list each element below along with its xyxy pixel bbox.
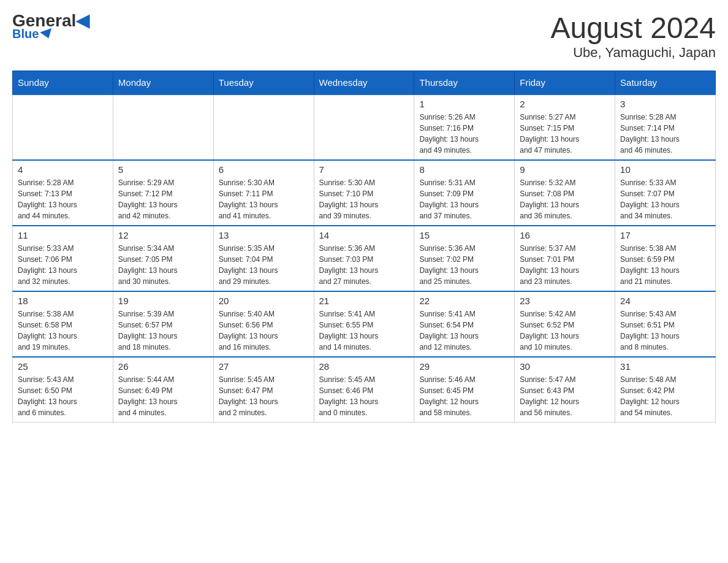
calendar-cell: 11Sunrise: 5:33 AMSunset: 7:06 PMDayligh… xyxy=(13,226,113,291)
calendar-cell: 4Sunrise: 5:28 AMSunset: 7:13 PMDaylight… xyxy=(13,160,113,226)
calendar-week-row: 11Sunrise: 5:33 AMSunset: 7:06 PMDayligh… xyxy=(13,226,716,291)
title-block: August 2024 Ube, Yamaguchi, Japan xyxy=(550,12,716,61)
day-info: Sunrise: 5:30 AMSunset: 7:10 PMDaylight:… xyxy=(319,177,409,221)
day-number: 6 xyxy=(219,164,309,175)
logo: General◀ Blue xyxy=(12,12,89,41)
day-info: Sunrise: 5:34 AMSunset: 7:05 PMDaylight:… xyxy=(118,243,208,287)
day-info: Sunrise: 5:43 AMSunset: 6:50 PMDaylight:… xyxy=(18,374,108,418)
day-info: Sunrise: 5:27 AMSunset: 7:15 PMDaylight:… xyxy=(520,112,610,156)
day-info: Sunrise: 5:36 AMSunset: 7:03 PMDaylight:… xyxy=(319,243,409,287)
calendar-header-row: SundayMondayTuesdayWednesdayThursdayFrid… xyxy=(13,71,716,94)
day-info: Sunrise: 5:40 AMSunset: 6:56 PMDaylight:… xyxy=(219,308,309,353)
page-subtitle: Ube, Yamaguchi, Japan xyxy=(550,45,716,61)
calendar-cell: 25Sunrise: 5:43 AMSunset: 6:50 PMDayligh… xyxy=(13,357,113,423)
page-header: General◀ Blue August 2024 Ube, Yamaguchi… xyxy=(12,12,716,61)
calendar-cell: 20Sunrise: 5:40 AMSunset: 6:56 PMDayligh… xyxy=(213,291,314,357)
day-info: Sunrise: 5:42 AMSunset: 6:52 PMDaylight:… xyxy=(520,308,610,353)
calendar-cell: 30Sunrise: 5:47 AMSunset: 6:43 PMDayligh… xyxy=(515,357,615,423)
header-sunday: Sunday xyxy=(13,71,113,94)
calendar-week-row: 18Sunrise: 5:38 AMSunset: 6:58 PMDayligh… xyxy=(13,291,716,357)
calendar-cell: 12Sunrise: 5:34 AMSunset: 7:05 PMDayligh… xyxy=(113,226,213,291)
calendar-cell xyxy=(13,94,113,160)
day-info: Sunrise: 5:30 AMSunset: 7:11 PMDaylight:… xyxy=(219,177,309,221)
header-friday: Friday xyxy=(515,71,615,94)
day-info: Sunrise: 5:44 AMSunset: 6:49 PMDaylight:… xyxy=(118,374,208,418)
calendar-week-row: 4Sunrise: 5:28 AMSunset: 7:13 PMDaylight… xyxy=(13,160,716,226)
day-info: Sunrise: 5:45 AMSunset: 6:47 PMDaylight:… xyxy=(219,374,309,418)
day-number: 8 xyxy=(419,164,509,175)
day-number: 15 xyxy=(419,230,509,240)
calendar-cell: 7Sunrise: 5:30 AMSunset: 7:10 PMDaylight… xyxy=(314,160,414,226)
day-number: 2 xyxy=(520,99,610,109)
day-number: 28 xyxy=(319,361,409,372)
day-number: 18 xyxy=(18,296,108,306)
calendar-week-row: 25Sunrise: 5:43 AMSunset: 6:50 PMDayligh… xyxy=(13,357,716,423)
calendar-cell: 16Sunrise: 5:37 AMSunset: 7:01 PMDayligh… xyxy=(515,226,615,291)
calendar-cell: 19Sunrise: 5:39 AMSunset: 6:57 PMDayligh… xyxy=(113,291,213,357)
day-number: 11 xyxy=(18,230,108,240)
calendar-cell: 15Sunrise: 5:36 AMSunset: 7:02 PMDayligh… xyxy=(414,226,515,291)
day-info: Sunrise: 5:29 AMSunset: 7:12 PMDaylight:… xyxy=(118,177,208,221)
day-info: Sunrise: 5:38 AMSunset: 6:59 PMDaylight:… xyxy=(620,243,710,287)
day-info: Sunrise: 5:38 AMSunset: 6:58 PMDaylight:… xyxy=(18,308,108,353)
day-info: Sunrise: 5:28 AMSunset: 7:13 PMDaylight:… xyxy=(18,177,108,221)
header-wednesday: Wednesday xyxy=(314,71,414,94)
day-info: Sunrise: 5:28 AMSunset: 7:14 PMDaylight:… xyxy=(620,112,710,156)
calendar-cell xyxy=(113,94,213,160)
calendar-cell: 21Sunrise: 5:41 AMSunset: 6:55 PMDayligh… xyxy=(314,291,414,357)
calendar-cell: 8Sunrise: 5:31 AMSunset: 7:09 PMDaylight… xyxy=(414,160,515,226)
day-number: 21 xyxy=(319,296,409,306)
calendar-cell: 18Sunrise: 5:38 AMSunset: 6:58 PMDayligh… xyxy=(13,291,113,357)
day-number: 7 xyxy=(319,164,409,175)
day-info: Sunrise: 5:45 AMSunset: 6:46 PMDaylight:… xyxy=(319,374,409,418)
day-number: 9 xyxy=(520,164,610,175)
day-number: 1 xyxy=(419,99,509,109)
day-number: 13 xyxy=(219,230,309,240)
calendar-cell: 24Sunrise: 5:43 AMSunset: 6:51 PMDayligh… xyxy=(615,291,716,357)
header-saturday: Saturday xyxy=(615,71,716,94)
day-info: Sunrise: 5:32 AMSunset: 7:08 PMDaylight:… xyxy=(520,177,610,221)
day-info: Sunrise: 5:43 AMSunset: 6:51 PMDaylight:… xyxy=(620,308,710,353)
calendar-cell: 14Sunrise: 5:36 AMSunset: 7:03 PMDayligh… xyxy=(314,226,414,291)
day-number: 10 xyxy=(620,164,710,175)
calendar-cell: 28Sunrise: 5:45 AMSunset: 6:46 PMDayligh… xyxy=(314,357,414,423)
logo-blue: Blue xyxy=(12,27,53,41)
header-monday: Monday xyxy=(113,71,213,94)
day-info: Sunrise: 5:33 AMSunset: 7:06 PMDaylight:… xyxy=(18,243,108,287)
calendar-week-row: 1Sunrise: 5:26 AMSunset: 7:16 PMDaylight… xyxy=(13,94,716,160)
day-info: Sunrise: 5:35 AMSunset: 7:04 PMDaylight:… xyxy=(219,243,309,287)
calendar-cell: 23Sunrise: 5:42 AMSunset: 6:52 PMDayligh… xyxy=(515,291,615,357)
day-number: 5 xyxy=(118,164,208,175)
day-number: 3 xyxy=(620,99,710,109)
day-info: Sunrise: 5:39 AMSunset: 6:57 PMDaylight:… xyxy=(118,308,208,353)
day-info: Sunrise: 5:36 AMSunset: 7:02 PMDaylight:… xyxy=(419,243,509,287)
logo-arrow-icon xyxy=(40,28,55,40)
calendar-cell xyxy=(213,94,314,160)
day-number: 19 xyxy=(118,296,208,306)
day-number: 24 xyxy=(620,296,710,306)
day-number: 12 xyxy=(118,230,208,240)
day-info: Sunrise: 5:41 AMSunset: 6:54 PMDaylight:… xyxy=(419,308,509,353)
day-info: Sunrise: 5:47 AMSunset: 6:43 PMDaylight:… xyxy=(520,374,610,418)
day-number: 23 xyxy=(520,296,610,306)
day-number: 20 xyxy=(219,296,309,306)
day-number: 25 xyxy=(18,361,108,372)
calendar-cell: 9Sunrise: 5:32 AMSunset: 7:08 PMDaylight… xyxy=(515,160,615,226)
calendar-cell: 29Sunrise: 5:46 AMSunset: 6:45 PMDayligh… xyxy=(414,357,515,423)
calendar-cell: 6Sunrise: 5:30 AMSunset: 7:11 PMDaylight… xyxy=(213,160,314,226)
day-number: 4 xyxy=(18,164,108,175)
calendar-cell: 5Sunrise: 5:29 AMSunset: 7:12 PMDaylight… xyxy=(113,160,213,226)
day-number: 31 xyxy=(620,361,710,372)
day-info: Sunrise: 5:26 AMSunset: 7:16 PMDaylight:… xyxy=(419,112,509,156)
calendar-cell: 26Sunrise: 5:44 AMSunset: 6:49 PMDayligh… xyxy=(113,357,213,423)
day-info: Sunrise: 5:31 AMSunset: 7:09 PMDaylight:… xyxy=(419,177,509,221)
calendar-table: SundayMondayTuesdayWednesdayThursdayFrid… xyxy=(12,71,716,423)
day-number: 29 xyxy=(419,361,509,372)
day-info: Sunrise: 5:46 AMSunset: 6:45 PMDaylight:… xyxy=(419,374,509,418)
day-number: 17 xyxy=(620,230,710,240)
day-number: 30 xyxy=(520,361,610,372)
calendar-cell: 2Sunrise: 5:27 AMSunset: 7:15 PMDaylight… xyxy=(515,94,615,160)
header-thursday: Thursday xyxy=(414,71,515,94)
calendar-cell: 10Sunrise: 5:33 AMSunset: 7:07 PMDayligh… xyxy=(615,160,716,226)
day-number: 22 xyxy=(419,296,509,306)
